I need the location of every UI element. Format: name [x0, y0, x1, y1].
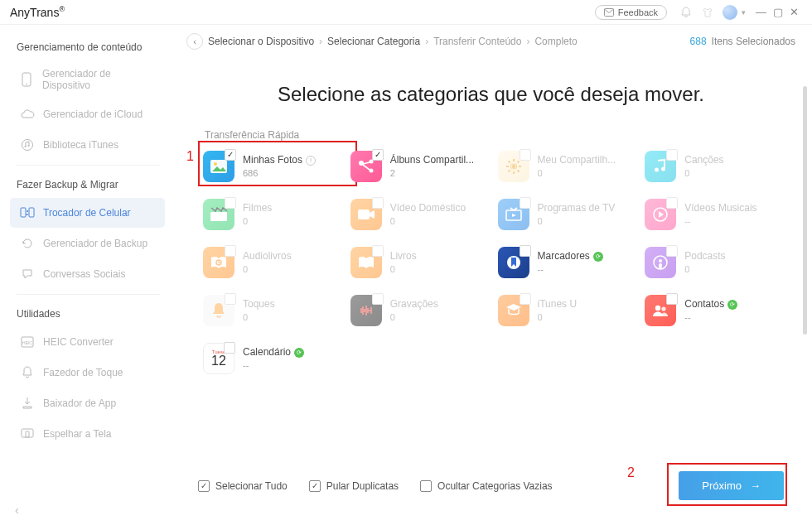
calendar-icon: Tuesd12 [203, 343, 234, 374]
category-label: Vídeo Doméstico [390, 202, 466, 215]
category-label: Calendário [243, 346, 291, 359]
category-grid: ✓Minhas Fotos!686✓Álbuns Compartil...2Me… [201, 147, 781, 378]
scrollbar-thumb[interactable] [803, 86, 807, 335]
sync-badge-icon: ⟳ [727, 300, 737, 310]
home_video-icon [350, 199, 382, 230]
refresh-icon [20, 236, 35, 251]
category-music_videos[interactable]: Vídeos Musicais-- [643, 195, 781, 234]
arrow-right-icon: → [750, 479, 761, 492]
sync-badge-icon: ⟳ [593, 252, 603, 262]
svg-point-4 [25, 146, 27, 147]
checkbox-empty [372, 245, 384, 257]
category-movies[interactable]: Filmes0 [201, 195, 339, 234]
chevron-down-icon[interactable]: ▾ [742, 8, 746, 17]
tv_shows-icon [498, 199, 529, 230]
checkbox-empty [225, 245, 236, 257]
group-quick-transfer: Transferência Rápida [205, 129, 795, 141]
crumb-select-category[interactable]: Selecionar Categoria [327, 36, 420, 47]
category-count: 0 [243, 311, 275, 323]
svg-point-3 [22, 140, 33, 151]
checkbox-empty [666, 197, 678, 209]
selected-count: 688 [690, 36, 707, 47]
sidebar-item-app-downloader[interactable]: Baixador de App [10, 388, 165, 418]
bell-icon[interactable] [679, 6, 693, 19]
category-my_photos[interactable]: ✓Minhas Fotos!686 [201, 147, 339, 185]
switch-icon [20, 205, 35, 220]
itunes-icon [20, 137, 35, 152]
sidebar-section-utilities: Utilidades [7, 300, 170, 326]
music_videos-icon [645, 199, 676, 230]
category-label: Programas de TV [538, 202, 616, 215]
titlebar: AnyTrans® Feedback ▾ — ▢ ✕ [0, 0, 812, 25]
category-shared_albums[interactable]: ✓Álbuns Compartil...2 [349, 147, 486, 185]
category-bookmarks[interactable]: Marcadores⟳-- [496, 243, 634, 282]
category-songs[interactable]: Canções0 [643, 147, 781, 185]
step-marker-1: 1 [186, 149, 194, 164]
category-podcasts[interactable]: Podcasts0 [643, 243, 781, 282]
checkbox-empty [666, 149, 678, 161]
checkbox-skip-duplicates[interactable]: ✓Pular Duplicatas [309, 480, 399, 492]
shared_albums-icon: ✓ [350, 151, 382, 182]
svg-point-29 [655, 306, 660, 311]
back-button[interactable]: ‹ [186, 33, 203, 50]
sidebar-item-ringtone[interactable]: Fazedor de Toque [10, 358, 165, 388]
category-label: Vídeos Musicais [684, 202, 756, 215]
mirror-icon [20, 426, 35, 441]
svg-rect-22 [358, 210, 370, 219]
category-my_sharing[interactable]: Meu Compartilh...0 [496, 147, 634, 185]
footer-bar: ✓Selecionar Tudo ✓Pular Duplicatas Ocult… [198, 471, 784, 500]
sidebar-item-phone-switcher[interactable]: Trocador de Celular [10, 198, 165, 228]
download-icon [20, 396, 35, 411]
sidebar-item-mirror[interactable]: Espelhar a Tela [10, 419, 165, 449]
avatar[interactable] [723, 5, 737, 20]
window-close[interactable]: ✕ [790, 6, 799, 18]
checkbox-empty [520, 149, 531, 161]
category-count: -- [684, 311, 737, 323]
svg-point-5 [28, 145, 30, 147]
checkbox-empty [225, 293, 236, 305]
category-audiobooks[interactable]: Audiolivros0 [201, 243, 339, 282]
checkbox-hide-empty[interactable]: Ocultar Categorias Vazias [420, 480, 553, 492]
crumb-complete: Completo [534, 36, 577, 47]
checkbox-select-all[interactable]: ✓Selecionar Tudo [198, 480, 288, 492]
sidebar-item-icloud-manager[interactable]: Gerenciador de iCloud [10, 99, 165, 129]
selected-label: Itens Selecionados [712, 36, 795, 47]
category-count: 0 [390, 263, 417, 275]
svg-point-30 [662, 306, 666, 311]
feedback-button[interactable]: Feedback [595, 5, 667, 20]
category-tv_shows[interactable]: Programas de TV0 [496, 195, 634, 234]
category-home_video[interactable]: Vídeo Doméstico0 [349, 195, 486, 234]
chat-icon [20, 267, 35, 282]
checkbox-empty [520, 293, 531, 305]
category-ringtones[interactable]: Toques0 [201, 291, 339, 330]
svg-point-13 [214, 162, 217, 166]
bookmarks-icon [498, 247, 529, 278]
itunes_u-icon [498, 295, 529, 326]
category-recordings[interactable]: Gravações0 [349, 291, 486, 330]
category-books[interactable]: Livros0 [349, 243, 486, 282]
category-count: 0 [243, 263, 292, 275]
category-label: Filmes [243, 202, 272, 215]
sidebar-item-social-convos[interactable]: Conversas Sociais [10, 259, 165, 289]
sidebar-item-itunes-library[interactable]: Biblioteca iTunes [10, 130, 165, 160]
sidebar-item-device-manager[interactable]: Gerenciador de Dispositivo [10, 60, 165, 99]
scrollbar[interactable] [803, 86, 807, 409]
checkbox-empty [666, 245, 678, 257]
category-label: Toques [243, 298, 275, 311]
category-contacts[interactable]: Contatos⟳-- [643, 291, 781, 330]
sidebar-item-backup-manager[interactable]: Gerenciador de Backup [10, 229, 165, 258]
window-maximize[interactable]: ▢ [773, 6, 783, 18]
shirt-icon[interactable] [701, 6, 714, 19]
category-label: Meu Compartilh... [538, 154, 616, 167]
mail-icon [604, 8, 614, 17]
category-calendar[interactable]: Tuesd12Calendário⟳-- [201, 340, 339, 378]
window-minimize[interactable]: — [756, 6, 766, 18]
sidebar-collapse-chevron[interactable]: ‹ [15, 503, 19, 517]
books-icon [350, 247, 382, 278]
sidebar-item-heic[interactable]: HEIC HEIC Converter [10, 327, 165, 357]
category-itunes_u[interactable]: iTunes U0 [496, 291, 634, 330]
sidebar-section-backup: Fazer Backup & Migrar [7, 171, 170, 197]
crumb-select-device[interactable]: Selecionar o Dispositivo [208, 36, 314, 47]
next-button[interactable]: Próximo → [679, 471, 784, 500]
checkbox-empty [224, 342, 235, 354]
